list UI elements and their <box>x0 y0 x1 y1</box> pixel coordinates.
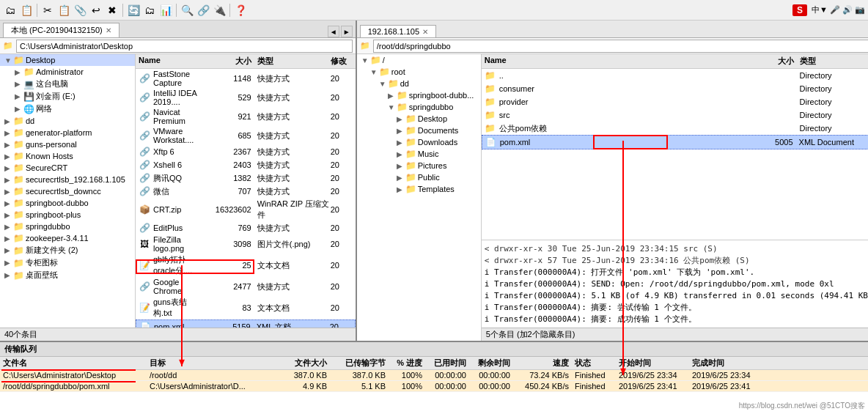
transfer-col-header-7[interactable]: 速度 <box>516 358 575 369</box>
right-tree-item[interactable]: ▶📁Pictures <box>357 160 481 171</box>
right-address-input[interactable] <box>373 40 868 53</box>
right-tree-toggle[interactable]: ▶ <box>397 150 405 158</box>
col-size-header[interactable]: 大小 <box>199 56 257 67</box>
left-file-row[interactable]: 🔗Google Chrome2477快捷方式20 <box>136 277 356 296</box>
left-file-row[interactable]: 🖼FileZilla logo.png3098图片文件(.png)20 <box>136 234 356 254</box>
tree-toggle-icon[interactable]: ▶ <box>4 141 13 149</box>
right-tree-toggle[interactable]: ▶ <box>388 92 397 100</box>
right-tree-item[interactable]: ▼📁root <box>357 66 481 78</box>
right-tab[interactable]: 192.168.1.105 ✕ <box>360 25 436 37</box>
tree-toggle-icon[interactable]: ▶ <box>15 92 23 100</box>
toolbar-icon-link[interactable]: 🔗 <box>196 3 210 18</box>
left-tree-item[interactable]: ▶📁Known Hosts <box>0 150 135 162</box>
toolbar-icon-refresh[interactable]: 🔄 <box>126 3 141 18</box>
right-tree-item[interactable]: ▼📁/ <box>357 54 481 66</box>
tree-toggle-icon[interactable]: ▶ <box>4 164 13 172</box>
col-type-header[interactable]: 类型 <box>257 56 331 67</box>
right-col-type[interactable]: 类型 <box>800 56 868 67</box>
transfer-col-header-8[interactable]: 状态 <box>575 358 619 369</box>
left-tree-item[interactable]: ▶📁Administrator <box>0 66 135 78</box>
right-tree-item[interactable]: ▶📁Public <box>357 171 481 183</box>
transfer-col-header-4[interactable]: % 进度 <box>391 358 428 369</box>
right-tree-item[interactable]: ▶📁springboot-dubb... <box>357 89 481 101</box>
col-name-header[interactable]: Name <box>139 56 199 67</box>
tree-toggle-icon[interactable]: ▶ <box>4 246 13 254</box>
toolbar-icon-connect[interactable]: 🔌 <box>212 3 227 18</box>
tree-toggle-icon[interactable]: ▶ <box>4 199 13 207</box>
col-date-header[interactable]: 修改 <box>331 56 353 67</box>
left-tree-item[interactable]: ▶📁generator-platform <box>0 127 135 138</box>
transfer-col-header-0[interactable]: 文件名 <box>3 358 150 369</box>
left-file-row[interactable]: 🔗FastStone Capture1148快捷方式20 <box>136 69 356 88</box>
toolbar-icon-search[interactable]: 🔍 <box>180 3 194 18</box>
left-nav-next[interactable]: ► <box>341 26 353 37</box>
left-tree-item[interactable]: ▶📁securecrtlsb_downcc <box>0 185 135 197</box>
left-file-row[interactable]: 🔗腾讯QQ1382快捷方式20 <box>136 171 356 185</box>
left-tree-item[interactable]: ▶📁专柜图标 <box>0 256 135 269</box>
left-tree-item[interactable]: ▶📁securecrtlsb_192.168.1.105 <box>0 174 135 185</box>
right-tree-toggle[interactable]: ▶ <box>397 127 405 135</box>
tree-toggle-icon[interactable]: ▶ <box>4 129 13 137</box>
toolbar-icon-copy[interactable]: 📋 <box>56 3 71 18</box>
right-tree-item[interactable]: ▶📁Desktop <box>357 113 481 125</box>
transfer-col-header-10[interactable]: 完成时间 <box>692 358 765 369</box>
tree-toggle-icon[interactable]: ▼ <box>4 56 13 64</box>
left-file-row[interactable]: 🔗微信707快捷方式20 <box>136 185 356 198</box>
tree-toggle-icon[interactable]: ▶ <box>4 211 13 219</box>
tree-toggle-icon[interactable]: ▶ <box>4 188 13 196</box>
left-file-row[interactable]: 🔗IntelliJ IDEA 2019....529快捷方式20 <box>136 88 356 107</box>
tree-toggle-icon[interactable]: ▶ <box>4 259 13 267</box>
left-file-row[interactable]: 🔗Navicat Premium921快捷方式20 <box>136 107 356 126</box>
right-col-name[interactable]: Name <box>485 56 741 67</box>
left-file-row[interactable]: 🔗Xshell 62403快捷方式20 <box>136 158 356 171</box>
transfer-col-header-6[interactable]: 剩余时间 <box>472 358 516 369</box>
transfer-row[interactable]: C:\Users\Administrator\Desktop/root/dd38… <box>0 370 868 381</box>
right-tree-toggle[interactable]: ▼ <box>370 68 379 76</box>
right-tree-toggle[interactable]: ▼ <box>388 103 397 111</box>
left-file-row[interactable]: 📦CRT.zip16323602WinRAR ZIP 压缩文件20 <box>136 198 356 221</box>
right-tree-item[interactable]: ▼📁dd <box>357 78 481 89</box>
right-tree-toggle[interactable]: ▼ <box>379 80 388 88</box>
right-tree-toggle[interactable]: ▶ <box>397 174 405 182</box>
left-file-row[interactable]: 📝gblfy拓扑oracle分....25文本文档20 <box>136 254 356 277</box>
transfer-row[interactable]: /root/dd/springdubbo/pom.xmlC:\Users\Adm… <box>0 381 868 392</box>
toolbar-icon-folder[interactable]: 🗂 <box>142 3 157 18</box>
toolbar-icon-2[interactable]: 📋 <box>19 3 34 18</box>
left-file-row[interactable]: 🔗EditPlus769快捷方式20 <box>136 221 356 234</box>
left-tab-close[interactable]: ✕ <box>106 26 111 34</box>
right-tab-close[interactable]: ✕ <box>422 28 428 36</box>
left-tree-item[interactable]: ▶📁dd <box>0 115 135 127</box>
transfer-col-header-9[interactable]: 开始时间 <box>619 358 692 369</box>
tree-toggle-icon[interactable]: ▶ <box>4 176 13 184</box>
right-file-row[interactable]: 📄pom.xml5005XML Document <box>482 135 868 149</box>
right-file-row[interactable]: 📁providerDirectory <box>482 95 868 108</box>
toolbar-icon-cut[interactable]: ✂ <box>40 3 55 18</box>
right-file-row[interactable]: 📁..Directory <box>482 69 868 82</box>
left-tree-item[interactable]: ▶📁桌面壁纸 <box>0 269 135 281</box>
left-tree-item[interactable]: ▶📁springdubbo <box>0 221 135 232</box>
tree-toggle-icon[interactable]: ▶ <box>4 117 13 125</box>
left-file-row[interactable]: 🔗VMware Workstat....685快捷方式20 <box>136 126 356 145</box>
right-tree-toggle[interactable]: ▼ <box>361 56 370 64</box>
right-tree-toggle[interactable]: ▶ <box>397 138 405 147</box>
toolbar-icon-chart[interactable]: 📊 <box>158 3 173 18</box>
right-tree-item[interactable]: ▼📁springdubbo <box>357 101 481 113</box>
right-file-row[interactable]: 📁srcDirectory <box>482 108 868 122</box>
left-tree-item[interactable]: ▶📁新建文件夹 (2) <box>0 244 135 256</box>
left-address-input[interactable] <box>16 40 353 53</box>
right-col-size[interactable]: 大小 <box>741 56 800 67</box>
right-tree-item[interactable]: ▶📁Downloads <box>357 136 481 148</box>
toolbar-icon-paste[interactable]: 📎 <box>73 3 87 18</box>
transfer-col-header-5[interactable]: 已用时间 <box>428 358 472 369</box>
left-tree-item[interactable]: ▼📁Desktop <box>0 54 135 66</box>
toolbar-icon-help[interactable]: ❓ <box>233 3 248 18</box>
tree-toggle-icon[interactable]: ▶ <box>4 234 13 243</box>
left-file-row[interactable]: 🔗Xftp 62367快捷方式20 <box>136 145 356 158</box>
tree-toggle-icon[interactable]: ▶ <box>15 68 23 76</box>
transfer-col-header-2[interactable]: 文件大小 <box>282 358 333 369</box>
left-tree-item[interactable]: ▶📁SecureCRT <box>0 162 135 174</box>
toolbar-icon-1[interactable]: 🗂 <box>3 3 18 18</box>
left-tab[interactable]: 本地 (PC-201904132150) ✕ <box>3 23 119 37</box>
tree-toggle-icon[interactable]: ▶ <box>4 152 13 160</box>
tree-toggle-icon[interactable]: ▶ <box>15 80 23 88</box>
